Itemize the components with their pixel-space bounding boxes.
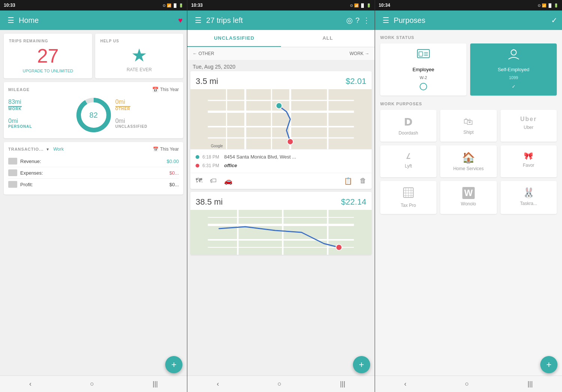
- location-icon-3: ⊙: [538, 3, 541, 7]
- trip-header-1: 3.5 mi $2.01: [190, 71, 371, 89]
- home-content: TRIPS REMAINING 27 UPGRADE TO UNLIMITED …: [0, 30, 187, 376]
- purpose-wonolo[interactable]: W Wonolo: [440, 181, 496, 214]
- menu-icon-3[interactable]: ☰: [383, 16, 389, 25]
- employee-radio: [420, 83, 427, 90]
- purposes-title: Purposes: [394, 16, 551, 25]
- delete-action-icon[interactable]: 🗑: [360, 177, 366, 185]
- taskrabbit-icon: 🐰: [523, 187, 535, 199]
- status-time-2: 10:33: [191, 3, 203, 8]
- home-nav-icon-3[interactable]: ○: [465, 380, 469, 388]
- trips-fab[interactable]: +: [353, 356, 370, 373]
- status-icons-3: ⊙ 📶 ▐▌ 🔋: [538, 3, 558, 7]
- purpose-taskrabbit[interactable]: 🐰 Taskra...: [501, 181, 557, 214]
- purpose-lyft[interactable]: 𝘓 Lyft: [380, 145, 436, 177]
- transactions-filter: Work: [53, 147, 64, 152]
- this-year-selector[interactable]: 📅 This Year: [152, 87, 179, 93]
- unclass-miles: 0mi: [115, 118, 148, 124]
- status-icons-2: ⊙ 📶 ▐▌ 🔋: [350, 3, 371, 7]
- home-services-label: Home Services: [453, 166, 484, 171]
- purposes-fab[interactable]: +: [540, 356, 558, 373]
- recents-nav-icon-2[interactable]: |||: [340, 380, 345, 388]
- check-icon[interactable]: ✓: [551, 16, 558, 25]
- purpose-uber[interactable]: Uber Uber: [501, 110, 557, 142]
- purpose-doordash[interactable]: 𝗗 Doordash: [380, 110, 436, 142]
- home-app-bar: ☰ Home ♥: [0, 10, 187, 30]
- purpose-home-services[interactable]: 🏠 Home Services: [440, 145, 496, 177]
- tag-action-icon[interactable]: 🏷: [210, 177, 217, 185]
- star-icon[interactable]: ★: [100, 45, 178, 66]
- trips-title: 27 trips left: [206, 16, 343, 25]
- expenses-amount: $0...: [169, 170, 179, 176]
- purpose-shipt[interactable]: 🛍 Shipt: [440, 110, 496, 142]
- other-arrow[interactable]: ← OTHER: [193, 51, 214, 56]
- purposes-grid: 𝗗 Doordash 🛍 Shipt Uber Uber 𝘓 Lyft: [380, 110, 557, 214]
- recents-nav-icon-3[interactable]: |||: [528, 380, 533, 388]
- tab-all[interactable]: ALL: [281, 30, 375, 47]
- donut-center-value: 82: [90, 111, 98, 120]
- target-icon[interactable]: ◎: [346, 16, 353, 25]
- dropdown-arrow-icon[interactable]: ▼: [46, 147, 49, 151]
- menu-icon-2[interactable]: ☰: [195, 16, 202, 25]
- home-nav-icon[interactable]: ○: [90, 380, 94, 388]
- trip1-end-place: office: [224, 163, 237, 168]
- help-icon[interactable]: ?: [356, 16, 360, 25]
- home-fab[interactable]: +: [165, 356, 182, 373]
- purposes-content: WORK STATUS Employee W-2: [375, 30, 562, 376]
- home-nav-bar: ‹ ○ |||: [0, 376, 187, 392]
- status-time-1: 10:33: [4, 3, 15, 8]
- battery-icon-2: 🔋: [366, 3, 371, 7]
- profit-amount: $0...: [169, 182, 179, 187]
- heart-icon[interactable]: ♥: [178, 16, 182, 25]
- self-employed-card[interactable]: Self-Employed 1099 ✓: [470, 43, 557, 96]
- revenue-label: Revenue:: [20, 159, 41, 164]
- transactions-year-selector[interactable]: 📅 This Year: [153, 147, 179, 152]
- more-icon[interactable]: ⋮: [363, 16, 370, 25]
- work-stat: 83mi WORK: [8, 99, 22, 111]
- car-action-icon[interactable]: 🚗: [224, 177, 232, 185]
- mileage-header: MILEAGE 📅 This Year: [8, 87, 179, 93]
- transactions-header: TRANSACTIO... ▼ Work 📅 This Year: [8, 147, 179, 152]
- purpose-tax-pro[interactable]: Tax Pro: [380, 181, 436, 214]
- back-nav-icon[interactable]: ‹: [29, 380, 31, 388]
- purpose-favor[interactable]: 🎀 Favor: [501, 145, 557, 177]
- tab-unclassified[interactable]: UNCLASSIFIED: [187, 30, 281, 47]
- svg-text:Google: Google: [211, 144, 223, 148]
- trans-year-label: This Year: [160, 147, 179, 152]
- mileage-title: MILEAGE: [8, 87, 30, 92]
- transactions-label: TRANSACTIO...: [8, 147, 43, 151]
- trip1-end-stop: 6:31 PM office: [196, 161, 366, 170]
- trip2-amount: $22.14: [341, 197, 366, 207]
- note-action-icon[interactable]: 📋: [344, 177, 352, 185]
- back-nav-icon-3[interactable]: ‹: [404, 380, 407, 388]
- self-employed-icon: [506, 49, 521, 64]
- help-label: HELP US: [100, 39, 178, 43]
- personal-miles: 0mi: [8, 118, 32, 124]
- svg-rect-23: [419, 52, 423, 56]
- home-nav-icon-2[interactable]: ○: [278, 380, 282, 388]
- work-arrow[interactable]: WORK →: [350, 51, 369, 56]
- map-action-icon[interactable]: 🗺: [196, 177, 202, 185]
- status-bar-2: 10:33 ⊙ 📶 ▐▌ 🔋: [187, 0, 374, 10]
- svg-point-21: [336, 244, 342, 250]
- work-label: WORK: [8, 107, 22, 111]
- trip1-start-place: 8454 Santa Monica Blvd, West ...: [224, 154, 296, 160]
- home-panel: 10:33 ⊙ 📶 ▐▌ 🔋 ☰ Home ♥ TRIPS REMAINING …: [0, 0, 187, 392]
- trip2-miles: 38.5 mi: [196, 197, 223, 207]
- upgrade-link[interactable]: UPGRADE TO UNLIMITED: [9, 69, 87, 73]
- shipt-label: Shipt: [463, 130, 474, 135]
- wifi-icon-3: 📶: [542, 3, 546, 7]
- self-employed-label: Self-Employed: [498, 67, 529, 72]
- signal-icon: ▐▌: [172, 3, 178, 7]
- expenses-label: Expenses:: [20, 170, 43, 176]
- recents-nav-icon[interactable]: |||: [152, 380, 158, 388]
- revenue-row: Revenue: $0.00: [8, 156, 179, 167]
- work-miles: 83mi: [8, 99, 22, 107]
- trips-app-bar: ☰ 27 trips left ◎ ? ⋮: [187, 10, 374, 30]
- work-purposes-label: WORK PURPOSES: [380, 102, 557, 106]
- menu-icon[interactable]: ☰: [7, 16, 14, 25]
- employee-card[interactable]: Employee W-2: [380, 43, 467, 96]
- back-nav-icon-2[interactable]: ‹: [217, 380, 219, 388]
- trip1-start-stop: 6:18 PM 8454 Santa Monica Blvd, West ...: [196, 153, 366, 161]
- personal-stat: 0mi PERSONAL: [8, 118, 32, 129]
- profit-row: Profit: $0...: [8, 179, 179, 190]
